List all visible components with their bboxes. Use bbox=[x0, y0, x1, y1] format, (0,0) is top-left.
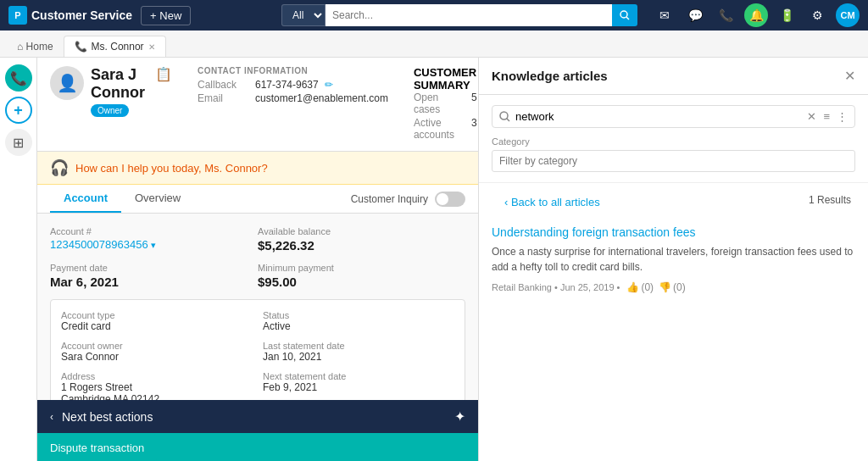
knowledge-filter-icons: ✕ ≡ ⋮ bbox=[807, 110, 848, 123]
settings-icon[interactable]: ⚙ bbox=[805, 3, 829, 27]
active-accounts-label: Active accounts bbox=[414, 117, 465, 141]
app-name: Customer Service bbox=[31, 8, 132, 22]
user-avatar[interactable]: CM bbox=[836, 3, 860, 27]
available-balance-field: Available balance $5,226.32 bbox=[258, 226, 465, 253]
minimum-payment-value: $95.00 bbox=[258, 275, 465, 289]
account-type-label: Account type bbox=[61, 310, 253, 320]
tab-label: Ms. Connor bbox=[92, 41, 144, 53]
article-source: Retail Banking • Jun 25, 2019 • bbox=[492, 282, 620, 292]
toggle-knob bbox=[437, 193, 448, 205]
search-category-select[interactable]: All bbox=[281, 4, 326, 26]
edit-phone-icon[interactable]: ✏ bbox=[325, 79, 333, 91]
active-accounts-row: Active accounts 3 bbox=[414, 117, 477, 141]
category-label: Category bbox=[492, 136, 855, 147]
clear-search-icon[interactable]: ✕ bbox=[807, 110, 816, 123]
status-value: Active bbox=[263, 320, 454, 332]
last-statement-label: Last statement date bbox=[263, 341, 454, 351]
results-count: 1 Results bbox=[809, 194, 855, 206]
battery-icon: 🔋 bbox=[775, 3, 798, 27]
open-cases-value: 5 bbox=[471, 92, 477, 115]
top-navigation: P Customer Service + New All ✉ 💬 📞 🔔 🔋 ⚙… bbox=[0, 0, 868, 31]
callback-row: Callback 617-374-9637 ✏ bbox=[198, 79, 388, 91]
tab-bar: ⌂ Home 📞 Ms. Connor ✕ bbox=[0, 31, 868, 58]
knowledge-close-button[interactable]: ✕ bbox=[844, 68, 855, 84]
account-owner-value: Sara Connor bbox=[61, 351, 253, 363]
status-label: Status bbox=[263, 310, 454, 320]
available-balance-label: Available balance bbox=[258, 226, 465, 236]
account-owner-item: Account owner Sara Connor bbox=[61, 341, 253, 363]
phone-side-icon[interactable]: 📞 bbox=[5, 64, 32, 92]
svg-point-0 bbox=[620, 11, 627, 18]
ai-text: How can I help you today, Ms. Connor? bbox=[75, 162, 268, 175]
tab-close-button[interactable]: ✕ bbox=[148, 42, 155, 52]
app-logo: P Customer Service bbox=[8, 6, 132, 25]
account-number-value[interactable]: 1234500078963456 ▾ bbox=[50, 238, 258, 251]
email-icon[interactable]: ✉ bbox=[653, 3, 676, 27]
category-filter: Category bbox=[492, 136, 855, 172]
account-owner-label: Account owner bbox=[61, 341, 253, 351]
thumbs-down-button[interactable]: 👎 (0) bbox=[659, 281, 686, 293]
edit-contact-icon[interactable]: 📋 bbox=[155, 66, 172, 82]
new-button[interactable]: + New bbox=[141, 6, 191, 25]
account-type-item: Account type Credit card bbox=[61, 310, 253, 332]
article-meta: Retail Banking • Jun 25, 2019 • 👍 (0) 👎 … bbox=[492, 281, 855, 293]
thumbs-up-button[interactable]: 👍 (0) bbox=[626, 281, 654, 293]
last-statement-item: Last statement date Jan 10, 2021 bbox=[263, 341, 454, 363]
knowledge-search-icon bbox=[499, 111, 510, 122]
dispute-transaction-button[interactable]: Dispute transaction bbox=[37, 435, 157, 461]
available-balance-value: $5,226.32 bbox=[258, 238, 465, 253]
contact-header: 👤 Sara J Connor Owner 📋 CONTACT INFORMAT… bbox=[37, 58, 478, 152]
address-line1: 1 Rogers Street bbox=[61, 381, 253, 393]
thumbs-up-icon: 👍 bbox=[626, 281, 639, 293]
open-cases-row: Open cases 5 bbox=[414, 92, 477, 115]
customer-inquiry-toggle: Customer Inquiry bbox=[351, 192, 465, 207]
knowledge-search-input[interactable] bbox=[515, 110, 802, 123]
thumbs-down-count: (0) bbox=[673, 281, 686, 293]
tab-overview[interactable]: Overview bbox=[121, 185, 194, 213]
chat-icon[interactable]: 💬 bbox=[683, 3, 707, 27]
content-panel: 👤 Sara J Connor Owner 📋 CONTACT INFORMAT… bbox=[37, 58, 478, 461]
svg-line-3 bbox=[507, 119, 510, 122]
contact-name-block: Sara J Connor Owner bbox=[91, 66, 145, 117]
main-area: 📞 + ⊞ 👤 Sara J Connor Owner 📋 CONTACT IN… bbox=[0, 58, 868, 461]
account-summary-grid: Account # 1234500078963456 ▾ Available b… bbox=[50, 226, 465, 299]
summary-header: CUSTOMER SUMMARY bbox=[414, 66, 477, 92]
next-statement-label: Next statement date bbox=[263, 371, 454, 381]
side-icon-bar: 📞 + ⊞ bbox=[0, 58, 37, 461]
bottom-bar[interactable]: ‹ Next best actions ✦ bbox=[37, 400, 478, 433]
next-statement-value: Feb 9, 2021 bbox=[263, 381, 454, 393]
thumbs-down-icon: 👎 bbox=[659, 281, 671, 293]
email-value: customer1@enablement.com bbox=[255, 92, 388, 104]
notification-icon[interactable]: 🔔 bbox=[744, 3, 768, 27]
more-options-icon[interactable]: ⋮ bbox=[837, 110, 848, 123]
open-cases-label: Open cases bbox=[414, 92, 465, 115]
toggle-label: Customer Inquiry bbox=[351, 193, 428, 205]
payment-date-field: Payment date Mar 6, 2021 bbox=[50, 263, 258, 289]
phone-icon[interactable]: 📞 bbox=[714, 3, 737, 27]
content-tabs: Account Overview Customer Inquiry bbox=[37, 185, 478, 214]
article-list: Understanding foreign transaction fees O… bbox=[479, 217, 868, 461]
search-input[interactable] bbox=[326, 4, 612, 26]
contact-info-header: CONTACT INFORMATION bbox=[198, 66, 388, 75]
filter-icon[interactable]: ≡ bbox=[823, 110, 830, 123]
article-title[interactable]: Understanding foreign transaction fees bbox=[492, 225, 855, 239]
search-button[interactable] bbox=[612, 4, 637, 26]
minimum-payment-field: Minimum payment $95.00 bbox=[258, 263, 465, 289]
active-tab[interactable]: 📞 Ms. Connor ✕ bbox=[64, 36, 166, 57]
address-line2: Cambridge MA 02142 bbox=[61, 393, 253, 400]
tab-account[interactable]: Account bbox=[50, 185, 121, 213]
back-to-articles-link[interactable]: ‹ Back to all articles bbox=[492, 187, 613, 213]
home-tab[interactable]: ⌂ Home bbox=[8, 36, 62, 57]
contact-name: Sara J Connor bbox=[91, 66, 145, 102]
search-bar: All bbox=[281, 4, 637, 26]
account-content: Account # 1234500078963456 ▾ Available b… bbox=[37, 214, 478, 400]
payment-date-value: Mar 6, 2021 bbox=[50, 275, 258, 289]
account-chevron-icon[interactable]: ▾ bbox=[151, 240, 156, 250]
add-side-icon[interactable]: + bbox=[5, 97, 32, 124]
category-input[interactable] bbox=[492, 150, 855, 172]
customer-inquiry-switch[interactable] bbox=[435, 192, 465, 207]
last-statement-value: Jan 10, 2021 bbox=[263, 351, 454, 363]
address-label: Address bbox=[61, 371, 253, 381]
grid-side-icon[interactable]: ⊞ bbox=[5, 129, 32, 156]
email-label: Email bbox=[198, 92, 248, 104]
